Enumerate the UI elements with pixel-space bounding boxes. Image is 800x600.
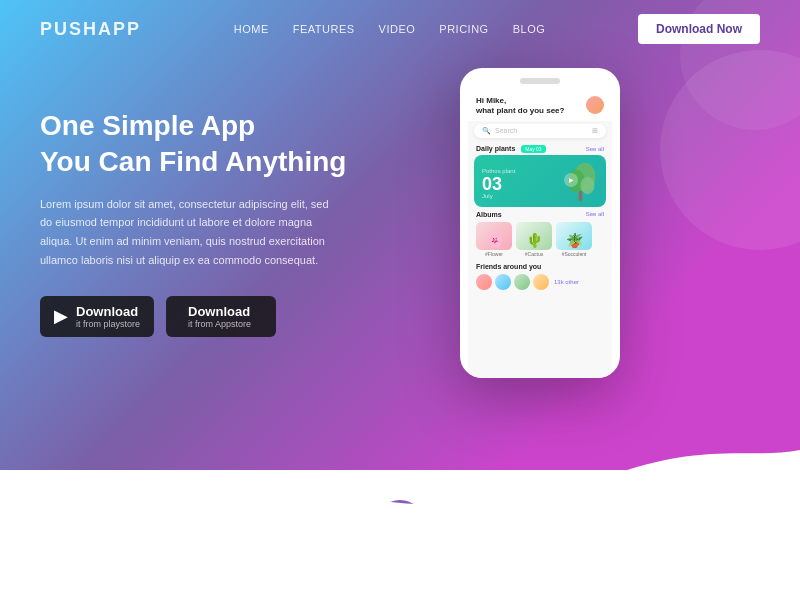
brand-logo: PUSHAPP (40, 19, 141, 40)
daily-date-number: 03 (482, 175, 515, 193)
album-label-succulent: #Succulent (562, 251, 587, 257)
play-icon: ▶ (569, 176, 574, 183)
album-label-flower: #Flower (485, 251, 503, 257)
albums-title: Albums (476, 211, 502, 218)
daily-plants-see-all[interactable]: See all (586, 146, 604, 152)
albums-see-all[interactable]: See all (586, 211, 604, 217)
phone-search-filter-icon: ⊞ (592, 127, 598, 135)
daily-date-month: July (482, 193, 515, 199)
phone-notch (520, 78, 560, 84)
albums-row: 🌸 #Flower 🌵 #Cactus 🪴 (468, 220, 612, 259)
friend-avatar-1 (476, 274, 492, 290)
nav-link-features[interactable]: FEATURES (293, 23, 355, 35)
album-item-succulent[interactable]: 🪴 #Succulent (556, 222, 592, 257)
phone-outer: Hi Mike,what plant do you see? 🔍 Search … (460, 68, 620, 378)
phone-search-bar[interactable]: 🔍 Search ⊞ (474, 124, 606, 138)
nav-link-home[interactable]: HOME (234, 23, 269, 35)
album-label-cactus: #Cactus (525, 251, 543, 257)
friend-avatar-4 (533, 274, 549, 290)
navbar: PUSHAPP HOME FEATURES VIDEO PRICING BLOG… (0, 0, 800, 58)
download-now-button[interactable]: Download Now (638, 14, 760, 44)
play-store-icon: ▶ (54, 305, 68, 327)
daily-plants-badge: May 03 (521, 145, 545, 153)
album-thumb-cactus: 🌵 (516, 222, 552, 250)
appstore-download-button[interactable]: Download it from Appstore (166, 296, 276, 337)
friend-avatar-2 (495, 274, 511, 290)
playstore-button-text: Download it from playstore (76, 304, 140, 329)
album-item-flower[interactable]: 🌸 #Flower (476, 222, 512, 257)
phone-daily-plants-header: Daily plants May 03 See all (468, 141, 612, 155)
nav-link-pricing[interactable]: PRICING (439, 23, 488, 35)
download-buttons: ▶ Download it from playstore Download it… (40, 296, 420, 337)
appstore-label: Download (188, 304, 251, 319)
playstore-sublabel: it from playstore (76, 319, 140, 329)
hero-title-line2: You Can Find Anything (40, 146, 346, 177)
play-button[interactable]: ▶ (564, 173, 578, 187)
cactus-icon: 🌵 (526, 232, 543, 248)
appstore-button-text: Download it from Appstore (188, 304, 251, 329)
phone-search-placeholder: Search (495, 127, 588, 134)
phone-albums-header: Albums See all (468, 207, 612, 220)
phone-friends-header: Friends around you (468, 259, 612, 272)
phone-header: Hi Mike,what plant do you see? (468, 90, 612, 121)
playstore-download-button[interactable]: ▶ Download it from playstore (40, 296, 154, 337)
nav-link-blog[interactable]: BLOG (513, 23, 546, 35)
nav-link-video[interactable]: VIDEO (379, 23, 416, 35)
flower-icon: 🌸 (486, 232, 503, 248)
phone-avatar (586, 96, 604, 114)
hero-description: Lorem ipsum dolor sit amet, consectetur … (40, 195, 340, 270)
plant-name: Pothos plant (482, 168, 515, 174)
phone-screen: Hi Mike,what plant do you see? 🔍 Search … (468, 90, 612, 378)
friends-row: 13k other (468, 272, 612, 292)
wave-shape (0, 380, 800, 600)
appstore-sublabel: it from Appstore (188, 319, 251, 329)
album-item-cactus[interactable]: 🌵 #Cactus (516, 222, 552, 257)
friends-title: Friends around you (476, 263, 541, 270)
page-wrapper: PUSHAPP HOME FEATURES VIDEO PRICING BLOG… (0, 0, 800, 600)
phone-mockup: Hi Mike,what plant do you see? 🔍 Search … (460, 68, 620, 378)
hero-title-line1: One Simple App (40, 110, 255, 141)
friend-avatar-3 (514, 274, 530, 290)
playstore-label: Download (76, 304, 140, 319)
svg-rect-3 (579, 190, 583, 201)
succulent-icon: 🪴 (566, 232, 583, 248)
album-thumb-flower: 🌸 (476, 222, 512, 250)
friends-more-label: 13k other (554, 279, 579, 285)
hero-left: One Simple App You Can Find Anything Lor… (40, 78, 420, 337)
daily-plants-title: Daily plants (476, 145, 515, 152)
phone-search-icon: 🔍 (482, 127, 491, 135)
hero-title: One Simple App You Can Find Anything (40, 108, 420, 181)
nav-links: HOME FEATURES VIDEO PRICING BLOG (234, 23, 546, 35)
album-thumb-succulent: 🪴 (556, 222, 592, 250)
phone-greeting: Hi Mike,what plant do you see? (476, 96, 564, 117)
svg-point-2 (581, 176, 595, 194)
hero-content: One Simple App You Can Find Anything Lor… (0, 58, 800, 378)
daily-plants-card: Pothos plant 03 July (474, 155, 606, 207)
daily-card-text: Pothos plant 03 July (482, 168, 515, 199)
